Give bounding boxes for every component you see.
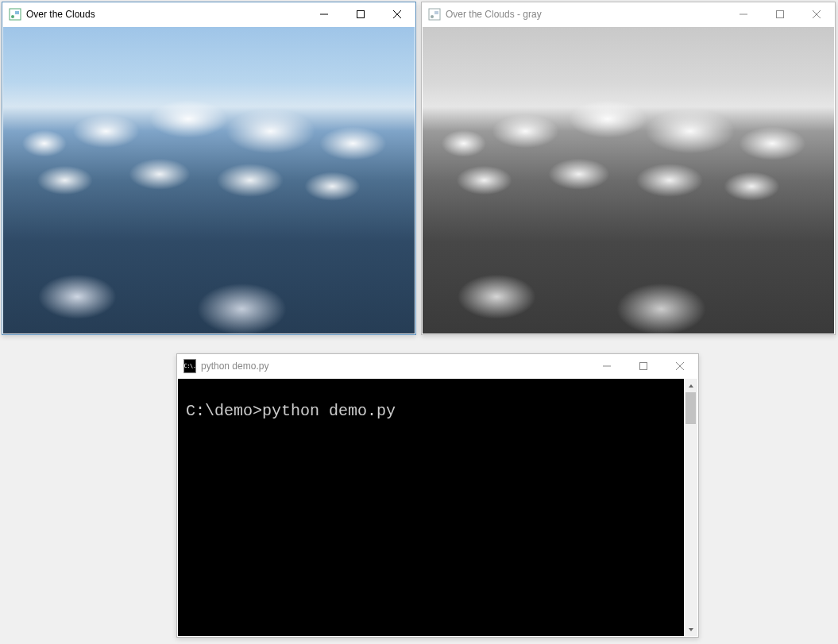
maximize-button[interactable] xyxy=(625,354,662,378)
close-button[interactable] xyxy=(379,2,415,26)
window-title: python demo.py xyxy=(201,361,268,372)
scroll-track[interactable] xyxy=(684,392,697,623)
svg-rect-2 xyxy=(15,11,19,14)
minimize-button[interactable] xyxy=(589,354,625,378)
titlebar[interactable]: C:\. python demo.py xyxy=(177,354,698,378)
scroll-thumb[interactable] xyxy=(685,392,696,424)
minimize-button[interactable] xyxy=(725,2,762,26)
svg-point-1 xyxy=(11,15,14,18)
svg-point-8 xyxy=(431,15,434,18)
titlebar[interactable]: Over the Clouds xyxy=(2,2,415,26)
svg-rect-4 xyxy=(357,11,365,18)
image-viewport xyxy=(423,27,834,334)
close-button[interactable] xyxy=(662,354,698,378)
close-button[interactable] xyxy=(798,2,835,26)
window-over-the-clouds-gray: Over the Clouds - gray xyxy=(421,2,836,335)
maximize-button[interactable] xyxy=(342,2,379,26)
svg-rect-11 xyxy=(777,11,784,18)
window-terminal: C:\. python demo.py C:\demo>python demo.… xyxy=(176,353,699,638)
maximize-button[interactable] xyxy=(762,2,798,26)
app-icon xyxy=(9,8,21,21)
window-title: Over the Clouds - gray xyxy=(446,9,542,20)
titlebar[interactable]: Over the Clouds - gray xyxy=(422,2,835,26)
terminal-client: C:\demo>python demo.py xyxy=(178,379,697,636)
window-over-the-clouds: Over the Clouds xyxy=(2,2,416,335)
scroll-down-button[interactable] xyxy=(684,623,697,636)
svg-rect-15 xyxy=(640,363,647,370)
cmd-icon: C:\. xyxy=(183,360,196,372)
app-icon xyxy=(428,8,441,21)
scrollbar-vertical[interactable] xyxy=(684,379,697,636)
svg-marker-19 xyxy=(689,628,693,631)
clouds-image-color xyxy=(3,27,415,334)
terminal-output[interactable]: C:\demo>python demo.py xyxy=(178,379,684,636)
svg-marker-18 xyxy=(689,384,693,388)
scroll-up-button[interactable] xyxy=(684,379,697,392)
minimize-button[interactable] xyxy=(306,2,342,26)
image-viewport xyxy=(3,27,415,334)
clouds-image-gray xyxy=(423,27,834,334)
svg-rect-9 xyxy=(434,11,438,14)
terminal-line: C:\demo>python demo.py xyxy=(186,402,396,420)
window-title: Over the Clouds xyxy=(26,9,95,20)
